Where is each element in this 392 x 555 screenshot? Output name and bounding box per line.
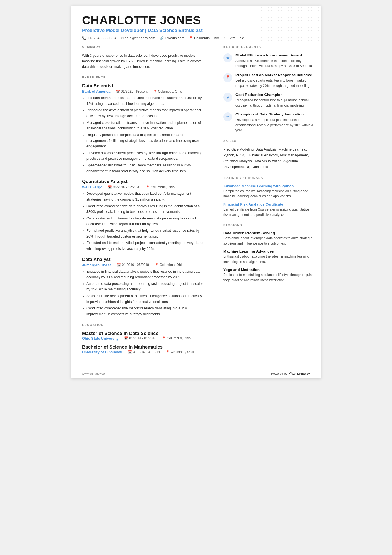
- candidate-title: Predictive Model Developer | Data Scienc…: [82, 28, 310, 33]
- summary-label: SUMMARY: [82, 45, 204, 50]
- contact-email: ✉ help@enhancv.com: [121, 36, 155, 40]
- job-company-1: Bank of America: [82, 89, 110, 93]
- resume-page: CHARLOTTE JONES Predictive Model Develop…: [71, 6, 321, 378]
- edu-meta-1: Ohio State University 📅 01/2014 - 01/201…: [82, 336, 204, 341]
- job-company-3: JPMorgan Chase: [82, 263, 111, 267]
- bullet-1-1: Led data-driven projects that resulted i…: [86, 95, 204, 107]
- job-title-2: Quantitative Analyst: [82, 179, 204, 184]
- edu-calendar-icon-2: 📅: [128, 350, 132, 354]
- education-section: EDUCATION Master of Science in Data Scie…: [82, 323, 204, 354]
- calendar-icon-2: 📅: [108, 185, 112, 189]
- training-title-2: Financial Risk Analytics Certificate: [223, 202, 313, 206]
- calendar-icon: 📅: [116, 90, 120, 93]
- achievement-icon-star: ★: [223, 53, 232, 62]
- training-entry-2: Financial Risk Analytics Certificate Ear…: [223, 202, 313, 217]
- candidate-name: CHARLOTTE JONES: [82, 14, 310, 27]
- achievement-content-4: Champion of Data Strategy Innovation Dev…: [235, 112, 313, 133]
- location-icon: 📍: [189, 36, 193, 40]
- skills-text: Predictive Modeling, Data Analysis, Mach…: [223, 147, 313, 170]
- footer-brand: Powered by Enhancv: [271, 372, 310, 376]
- bullet-2-4: Formulated predictive analytics that hei…: [86, 228, 204, 239]
- achievement-icon-pencil: ✏: [223, 112, 232, 121]
- training-entry-1: Advanced Machine Learning with Python Co…: [223, 184, 313, 199]
- job-location-2: 📍 Columbus, Ohio: [146, 185, 175, 189]
- skills-label: SKILLS: [223, 139, 313, 144]
- footer: www.enhancv.com Powered by Enhancv: [71, 369, 321, 378]
- location-pin-icon: 📍: [153, 90, 157, 93]
- summary-text: With 3 years of experience in data scien…: [82, 53, 204, 70]
- achievement-title-1: Model Efficiency Improvement Award: [235, 53, 313, 58]
- achievements-label: KEY ACHIEVEMENTS: [223, 45, 313, 50]
- job-entry-3: Data Analyst JPMorgan Chase 📅 01/2016 - …: [82, 257, 204, 317]
- achievement-title-4: Champion of Data Strategy Innovation: [235, 112, 313, 117]
- experience-label: EXPERIENCE: [82, 76, 204, 80]
- job-date-2: 📅 06/2018 - 12/2020: [108, 185, 140, 189]
- job-bullets-2: Developed quantitative models that optim…: [82, 191, 204, 251]
- calendar-icon-3: 📅: [117, 263, 121, 267]
- location-text: Columbus, Ohio: [194, 36, 219, 40]
- edu-degree-2: Bachelor of Science in Mathematics: [82, 344, 204, 350]
- passion-desc-1: Passionate about leveraging data analyti…: [223, 236, 313, 246]
- achievement-item-3: ♥ Cost Reduction Champion Recognized for…: [223, 92, 313, 108]
- contact-extra: ☆ Extra Field: [223, 36, 244, 40]
- achievement-icon-heart: ♥: [223, 93, 232, 102]
- achievement-icon-map: 📍: [223, 73, 232, 82]
- education-label: EDUCATION: [82, 323, 204, 328]
- edu-entry-1: Master of Science in Data Science Ohio S…: [82, 331, 204, 341]
- passion-title-2: Machine Learning Advances: [223, 249, 313, 253]
- achievement-content-1: Model Efficiency Improvement Award Achie…: [235, 53, 313, 69]
- experience-section: EXPERIENCE Data Scientist Bank of Americ…: [82, 76, 204, 317]
- job-meta-1: Bank of America 📅 01/2021 - Present 📍 Co…: [82, 89, 204, 93]
- training-desc-2: Earned certificate from Coursera emphasi…: [223, 207, 313, 217]
- edu-date-2: 📅 01/2010 - 01/2014: [128, 350, 160, 354]
- achievement-content-2: Project Lead on Market Response Initiati…: [235, 73, 313, 88]
- bullet-2-2: Conducted comprehensive data analysis re…: [86, 203, 204, 215]
- main-layout: SUMMARY With 3 years of experience in da…: [71, 45, 321, 368]
- achievement-content-3: Cost Reduction Champion Recognized for c…: [235, 92, 313, 108]
- passion-title-3: Yoga and Meditation: [223, 268, 313, 272]
- job-title-3: Data Analyst: [82, 257, 204, 262]
- bullet-2-5: Executed end-to-end analytical projects,…: [86, 240, 204, 251]
- contact-list: 📞 +1-(234)-555-1234 ✉ help@enhancv.com 🔗…: [82, 36, 310, 40]
- location-pin-icon-3: 📍: [155, 263, 159, 267]
- edu-date-1: 📅 01/2014 - 01/2016: [124, 336, 156, 340]
- achievement-item-1: ★ Model Efficiency Improvement Award Ach…: [223, 53, 313, 69]
- training-desc-1: Completed course by Datacamp focusing on…: [223, 189, 313, 199]
- phone-icon: 📞: [82, 36, 86, 40]
- bullet-2-3: Collaborated with IT teams to integrate …: [86, 216, 204, 227]
- right-column: KEY ACHIEVEMENTS ★ Model Efficiency Impr…: [215, 45, 321, 368]
- achievement-title-3: Cost Reduction Champion: [235, 92, 313, 97]
- bullet-3-3: Assisted in the development of business …: [86, 293, 204, 305]
- job-bullets-3: Engaged in financial data analysis proje…: [82, 269, 204, 317]
- job-meta-3: JPMorgan Chase 📅 01/2016 - 05/2018 📍 Col…: [82, 263, 204, 267]
- achievement-desc-4: Developed a strategic data plan increasi…: [235, 117, 313, 133]
- contact-linkedin: 🔗 linkedin.com: [160, 36, 184, 40]
- email-icon: ✉: [121, 36, 124, 40]
- enhancv-logo-icon: [289, 372, 296, 376]
- edu-location-1: 📍 Columbus, Ohio: [162, 336, 191, 340]
- passion-desc-3: Dedicated to maintaining a balanced life…: [223, 272, 313, 283]
- edu-location-icon-2: 📍: [166, 350, 170, 354]
- achievement-title-2: Project Lead on Market Response Initiati…: [235, 73, 313, 78]
- linkedin-icon: 🔗: [160, 36, 164, 40]
- skills-section: SKILLS Predictive Modeling, Data Analysi…: [223, 139, 313, 170]
- passions-section: PASSIONS Data-Driven Problem Solving Pas…: [223, 223, 313, 283]
- job-date-1: 📅 01/2021 - Present: [116, 90, 147, 93]
- powered-by-text: Powered by: [271, 372, 287, 375]
- contact-phone: 📞 +1-(234)-555-1234: [82, 36, 116, 40]
- bullet-3-1: Engaged in financial data analysis proje…: [86, 269, 204, 280]
- training-section: TRAINING / COURSES Advanced Machine Lear…: [223, 176, 313, 217]
- passion-entry-2: Machine Learning Advances Enthusiastic a…: [223, 249, 313, 264]
- achievement-desc-3: Recognized for contributing to a $1 mill…: [235, 98, 313, 108]
- job-location-1: 📍 Columbus, Ohio: [153, 90, 182, 93]
- job-location-3: 📍 Columbus, Ohio: [155, 263, 183, 267]
- training-title-1: Advanced Machine Learning with Python: [223, 184, 313, 188]
- enhancv-brand-name: Enhancv: [297, 372, 310, 375]
- header: CHARLOTTE JONES Predictive Model Develop…: [71, 6, 321, 45]
- job-bullets-1: Led data-driven projects that resulted i…: [82, 95, 204, 174]
- left-column: SUMMARY With 3 years of experience in da…: [71, 45, 215, 368]
- bullet-1-3: Managed cross-functional teams to drive …: [86, 120, 204, 131]
- summary-section: SUMMARY With 3 years of experience in da…: [82, 45, 204, 70]
- bullet-3-4: Conducted comprehensive market research …: [86, 305, 204, 317]
- achievement-item-4: ✏ Champion of Data Strategy Innovation D…: [223, 112, 313, 133]
